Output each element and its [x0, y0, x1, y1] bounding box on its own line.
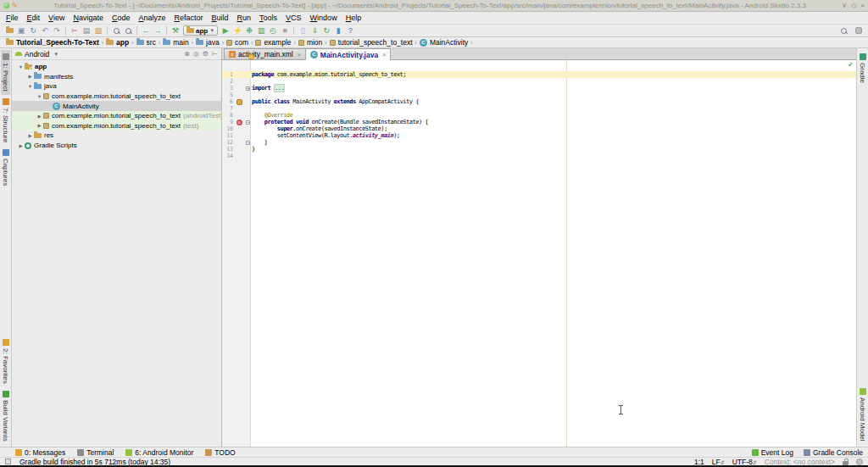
save-icon[interactable]: ▣: [15, 25, 27, 36]
toolwindow-android-monitor[interactable]: 6: Android Monitor: [125, 448, 193, 457]
caret-position[interactable]: 1:1: [694, 458, 704, 466]
tree-item-java[interactable]: ▼java: [12, 81, 221, 92]
code-line-10[interactable]: 10 super.onCreate(savedInstanceState);: [222, 125, 856, 132]
run-icon[interactable]: ▶: [220, 25, 231, 36]
code-line-6[interactable]: 6public class MainActivity extends AppCo…: [222, 98, 856, 105]
breadcrumb-mainactivity[interactable]: CMainActivity: [418, 38, 470, 47]
search-everywhere-icon[interactable]: [837, 25, 849, 36]
menu-run[interactable]: Run: [233, 13, 256, 24]
replace-icon[interactable]: [122, 25, 134, 36]
instant-run-icon[interactable]: ⚡: [231, 25, 243, 36]
code-line-12[interactable]: 12− }: [222, 139, 856, 146]
gradle-sync-icon[interactable]: ↻: [320, 25, 332, 36]
tree-expand-arrow[interactable]: ▶: [26, 74, 34, 79]
paste-icon[interactable]: ▨: [92, 25, 104, 36]
breadcrumb-java[interactable]: java: [194, 38, 221, 47]
menu-vcs[interactable]: VCS: [281, 13, 306, 24]
tree-item-com-example-mion-tutorial-speech-to-text[interactable]: ▶com.example.mion.tutorial_speech_to_tex…: [12, 121, 221, 131]
encoding-selector[interactable]: UTF-8⇵: [732, 458, 757, 466]
sync-icon[interactable]: ↻: [27, 25, 39, 36]
menu-view[interactable]: View: [44, 13, 69, 24]
coverage-icon[interactable]: ▥: [255, 25, 267, 36]
override-gutter-marker-icon[interactable]: o: [236, 120, 242, 125]
sdk-manager-icon[interactable]: ⇓: [309, 25, 320, 36]
forward-icon[interactable]: →: [152, 25, 164, 36]
breadcrumb-app[interactable]: app: [104, 38, 131, 47]
code-line-7[interactable]: 7: [222, 105, 856, 112]
tree-item-res[interactable]: ▶res: [12, 131, 221, 141]
tree-expand-arrow[interactable]: ▶: [36, 123, 43, 128]
stop-icon[interactable]: ■: [279, 25, 291, 36]
back-icon[interactable]: ←: [140, 25, 152, 36]
menu-help[interactable]: Help: [342, 13, 366, 24]
breadcrumb-com[interactable]: com: [225, 38, 250, 47]
minimize-button[interactable]: ∨: [842, 2, 847, 9]
code-line-1[interactable]: 1package com.example.mion.tutorial_speec…: [222, 71, 856, 78]
tree-item-com-example-mion-tutorial-speech-to-text[interactable]: ▶com.example.mion.tutorial_speech_to_tex…: [12, 111, 221, 121]
menu-window[interactable]: Window: [306, 13, 342, 24]
redo-icon[interactable]: ↷: [51, 25, 63, 36]
toolwindow-messages[interactable]: 0: Messages: [15, 448, 65, 457]
menu-analyze[interactable]: Analyze: [134, 13, 170, 24]
tree-expand-arrow[interactable]: ▶: [26, 133, 34, 138]
locate-icon[interactable]: ◎: [193, 50, 199, 58]
collapse-all-icon[interactable]: ⊗: [184, 50, 190, 58]
code-line-9[interactable]: 9o− protected void onCreate(Bundle saved…: [222, 119, 856, 125]
code-line-11[interactable]: 11 setContentView(R.layout.activity_main…: [222, 132, 856, 139]
code-line-13[interactable]: 13}: [222, 146, 856, 153]
hector-inspector-icon[interactable]: [856, 459, 863, 465]
tree-expand-arrow[interactable]: ▶: [36, 114, 43, 119]
hide-panel-icon[interactable]: ⊢: [212, 50, 218, 58]
toolwindow-project[interactable]: 1: Project: [1, 50, 10, 95]
breadcrumb-example[interactable]: example: [253, 38, 292, 47]
tree-expand-arrow[interactable]: ▼: [17, 64, 25, 69]
toolwindow-structure[interactable]: 7: Structure: [1, 95, 10, 146]
undo-icon[interactable]: ↶: [39, 25, 51, 36]
fold-marker[interactable]: −: [246, 141, 250, 145]
breadcrumb-mion[interactable]: mion: [297, 38, 324, 47]
tab-close-icon[interactable]: ×: [382, 52, 386, 58]
device-monitor-icon[interactable]: ▮: [332, 25, 344, 36]
breadcrumb-src[interactable]: src: [135, 38, 158, 47]
project-view-selector[interactable]: Android: [25, 50, 49, 58]
profile-icon[interactable]: ◴: [267, 25, 279, 36]
menu-build[interactable]: Build: [208, 13, 233, 24]
fold-marker[interactable]: −: [246, 120, 250, 125]
menu-tools[interactable]: Tools: [255, 13, 281, 24]
toolwindow-event-log[interactable]: Event Log: [752, 448, 793, 457]
tree-item-gradle-scripts[interactable]: ▶Gradle Scripts: [12, 141, 221, 151]
close-button[interactable]: ×: [860, 2, 865, 9]
menu-code[interactable]: Code: [108, 13, 135, 24]
tree-item-manifests[interactable]: ▶manifests: [12, 72, 221, 82]
tree-item-com-example-mion-tutorial-speech-to-text[interactable]: ▼com.example.mion.tutorial_speech_to_tex…: [12, 92, 221, 102]
find-icon[interactable]: [110, 25, 122, 36]
code-line-3[interactable]: 3+import ...: [222, 85, 856, 92]
toolwindow-toggle-icon[interactable]: [5, 459, 11, 464]
open-icon[interactable]: [3, 25, 15, 36]
help-icon[interactable]: ?: [344, 25, 356, 36]
menu-refactor[interactable]: Refactor: [170, 13, 208, 24]
intention-lightbulb-icon[interactable]: [248, 54, 253, 60]
class-gutter-marker-icon[interactable]: [236, 99, 242, 105]
editor-tab-mainactivity-java[interactable]: CMainActivity.java×: [305, 48, 391, 60]
code-line-8[interactable]: 8 @Override: [222, 112, 856, 119]
make-project-icon[interactable]: ⚒: [170, 25, 181, 36]
line-ending-selector[interactable]: LF⇵: [712, 458, 725, 466]
toolwindow-gradle[interactable]: Gradle: [858, 50, 867, 86]
tree-expand-arrow[interactable]: ▼: [36, 94, 43, 99]
tree-item-app[interactable]: ▼app: [12, 62, 221, 72]
inspection-status-icon[interactable]: ✔: [848, 61, 854, 69]
code-line-14[interactable]: 14: [222, 153, 856, 159]
menu-edit[interactable]: Edit: [23, 13, 45, 24]
menu-navigate[interactable]: Navigate: [69, 13, 108, 24]
toolwindow-android-model[interactable]: Android Model: [858, 385, 867, 445]
maximize-button[interactable]: ◇: [851, 2, 856, 9]
user-icon[interactable]: [853, 25, 865, 36]
toolwindow-terminal[interactable]: Terminal: [77, 448, 114, 457]
toolwindow-build-variants[interactable]: Build Variants: [1, 387, 10, 445]
toolwindow-captures[interactable]: Captures: [1, 146, 10, 189]
toolwindow-gradle-console[interactable]: Gradle Console: [804, 448, 863, 457]
code-line-2[interactable]: 2: [222, 78, 856, 85]
tree-item-mainactivity[interactable]: CMainActivity: [12, 101, 221, 111]
lock-icon[interactable]: [843, 461, 849, 465]
